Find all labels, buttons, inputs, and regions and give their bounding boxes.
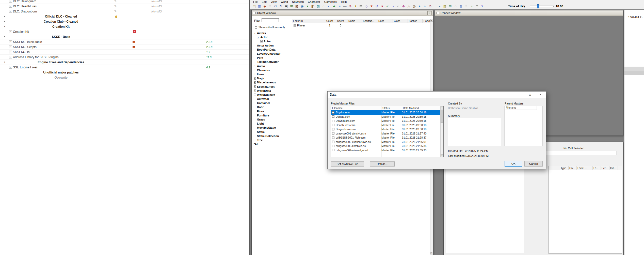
plugin-file-row[interactable]: ccbgssse004-ruinsedge.eslMaster File31.0… bbox=[331, 148, 440, 153]
tree-item-audio[interactable]: +Audio bbox=[252, 64, 292, 68]
object-window-titlebar[interactable]: Object Window × bbox=[252, 10, 433, 16]
object-row-player[interactable]: Player 1 0 bbox=[292, 24, 430, 28]
column-faction[interactable]: Faction bbox=[408, 19, 423, 23]
toolbar-fog-toggle-icon[interactable]: ▬ bbox=[343, 4, 347, 9]
minimize-icon[interactable]: — bbox=[514, 92, 525, 98]
menu-character[interactable]: Character bbox=[306, 0, 322, 3]
toolbar-render-window-toggle-icon[interactable]: ▣ bbox=[284, 4, 288, 9]
plugin-file-row[interactable]: ccasvsse001-almsivi.esmMaster File31.01.… bbox=[331, 131, 440, 136]
scroll-up-icon[interactable]: ▲ bbox=[430, 19, 433, 22]
tree-item-static[interactable]: Static bbox=[252, 130, 292, 134]
toolbar-landscape-edit-icon[interactable]: ▲ bbox=[305, 4, 310, 9]
show-edited-checkbox[interactable] bbox=[255, 26, 257, 29]
mod-row[interactable]: ✓SSE Engine Fixes6.2 bbox=[0, 65, 249, 70]
toolbar-undo-icon[interactable]: ↺ bbox=[273, 4, 278, 9]
ok-button[interactable]: OK bbox=[505, 161, 522, 167]
tree-item-activator[interactable]: Activator bbox=[252, 97, 292, 101]
plugin-checkbox[interactable] bbox=[332, 124, 334, 126]
toolbar-help-icon[interactable]: ? bbox=[480, 4, 485, 9]
tree-expander-icon[interactable]: + bbox=[254, 85, 256, 88]
mod-row[interactable]: ✓DLC: Dragonborn✎Non-MO bbox=[0, 9, 249, 14]
mod-separator-row[interactable]: ▾SKSE - Base bbox=[0, 34, 249, 39]
toolbar-run-havok-sim-icon[interactable]: ▼ bbox=[369, 4, 374, 9]
column-location[interactable]: Lo... bbox=[593, 166, 601, 170]
toolbar-open-data-icon[interactable]: ▤ bbox=[252, 4, 256, 9]
mod-enabled-checkbox[interactable]: ✓ bbox=[9, 40, 12, 43]
toolbar-preferences-icon[interactable]: ≡ bbox=[268, 4, 272, 9]
mod-row[interactable]: ✓DLC: Dawnguard✎Non-MO bbox=[0, 0, 249, 4]
tree-item-bodypartdata[interactable]: BodyPartData bbox=[252, 48, 292, 52]
tree-item-container[interactable]: Container bbox=[252, 101, 292, 105]
mod-enabled-checkbox[interactable]: ✓ bbox=[9, 30, 12, 33]
column-papyrus[interactable]: Papyru... bbox=[423, 19, 431, 23]
column-type[interactable]: Type bbox=[560, 166, 569, 170]
plugin-file-row[interactable]: ccBGSSSE001-Fish.esmMaster File31.01.202… bbox=[331, 136, 440, 140]
toolbar-save-plugin-icon[interactable]: ▦ bbox=[257, 4, 262, 9]
toolbar-effects-editor-icon[interactable]: ⊘ bbox=[428, 4, 432, 9]
tree-item-static-collection[interactable]: Static Collection bbox=[252, 134, 292, 138]
tree-item-grass[interactable]: Grass bbox=[252, 117, 292, 122]
scroll-down-icon[interactable]: ▼ bbox=[430, 252, 433, 254]
close-icon[interactable]: × bbox=[427, 11, 432, 15]
toolbar-ai-packages-icon[interactable]: ⊞ bbox=[448, 4, 453, 9]
tree-item-magic[interactable]: +Magic bbox=[252, 76, 292, 80]
mod-row[interactable]: ✓Creation Kit× bbox=[0, 29, 249, 34]
toolbar-archive-export-icon[interactable]: ⌂ bbox=[396, 4, 400, 9]
toolbar-race-editor-icon[interactable]: ○ bbox=[453, 4, 458, 9]
menu-world[interactable]: World bbox=[279, 0, 290, 3]
toolbar-lighting-toggle-icon[interactable]: ○ bbox=[321, 4, 326, 9]
column-name[interactable]: Name bbox=[347, 19, 362, 23]
toolbar-world-spaces-icon[interactable]: ◉ bbox=[300, 4, 304, 9]
menu-file[interactable]: File bbox=[251, 0, 260, 3]
plugin-file-row[interactable]: HearthFires.esmMaster File31.01.2025 20:… bbox=[331, 123, 440, 127]
column-date-modified[interactable]: Date Modified bbox=[402, 106, 440, 110]
details-button[interactable]: Details... bbox=[370, 161, 395, 167]
column-blank[interactable] bbox=[549, 166, 560, 170]
tree-expander-icon[interactable]: + bbox=[254, 89, 256, 92]
toolbar-markers-toggle-icon[interactable]: ★ bbox=[353, 4, 358, 9]
scrollbar-thumb[interactable] bbox=[441, 110, 443, 123]
tree-item-worlddata[interactable]: +WorldData bbox=[252, 89, 292, 93]
cancel-button[interactable]: Cancel bbox=[524, 161, 543, 167]
plugin-file-row[interactable]: ccbgssse003-zombies.eslMaster File31.01.… bbox=[331, 144, 440, 148]
tree-item--all[interactable]: *All bbox=[252, 142, 292, 146]
tree-expander-icon[interactable]: + bbox=[254, 77, 256, 80]
menu-help[interactable]: Help bbox=[339, 0, 349, 3]
toolbar-camera-bookmarks-icon[interactable]: ◎ bbox=[412, 4, 416, 9]
scroll-up-icon[interactable]: ▲ bbox=[441, 106, 443, 109]
mod-separator-row[interactable]: ▾Engine Fixes and Dependencies bbox=[0, 60, 249, 65]
plugin-file-row[interactable]: Dawnguard.esmMaster File31.01.2025 20:30… bbox=[331, 119, 440, 123]
column-lock-level[interactable]: Lock L... bbox=[577, 166, 593, 170]
vertical-scrollbar[interactable]: ▲ ▼ bbox=[440, 106, 443, 157]
tree-item-specialeffect[interactable]: +SpecialEffect bbox=[252, 84, 292, 88]
toolbar-sound-view-icon[interactable]: ♦ bbox=[417, 4, 422, 9]
toolbar-weather-editor-icon[interactable]: ☆ bbox=[423, 4, 427, 9]
toolbar-grass-toggle-icon[interactable]: ♣ bbox=[332, 4, 336, 9]
column-status[interactable]: Status bbox=[381, 106, 402, 110]
mod-enabled-checkbox[interactable]: ✓ bbox=[9, 46, 12, 48]
tree-item-door[interactable]: Door bbox=[252, 105, 292, 109]
column-users[interactable]: Users bbox=[336, 19, 347, 23]
toolbar-collision-geometry-icon[interactable]: ⊗ bbox=[348, 4, 352, 9]
tree-expander-icon[interactable]: - bbox=[254, 94, 256, 96]
column-owner[interactable]: Ow... bbox=[569, 166, 577, 170]
tree-expander-icon[interactable]: + bbox=[260, 40, 263, 42]
toolbar-snap-to-angle-icon[interactable]: ◇ bbox=[364, 4, 368, 9]
plugin-checkbox[interactable] bbox=[332, 141, 334, 143]
tree-item-miscellaneous[interactable]: +Miscellaneous bbox=[252, 80, 292, 84]
mod-row[interactable]: ✓SKSE64 - ini1.2 bbox=[0, 50, 249, 55]
column-shortname[interactable]: ShortNa... bbox=[362, 19, 377, 23]
tree-item-talkingactivator[interactable]: TalkingActivator bbox=[252, 60, 292, 64]
mod-enabled-checkbox[interactable]: ✓ bbox=[9, 51, 12, 53]
mod-separator-row[interactable]: ▸Official DLC - Cleaned bbox=[0, 14, 249, 19]
tree-item-items[interactable]: +Items bbox=[252, 72, 292, 76]
plugin-checkbox[interactable] bbox=[332, 132, 334, 134]
tree-item-character[interactable]: +Character bbox=[252, 68, 292, 72]
toolbar-redo-icon[interactable]: ↻ bbox=[279, 4, 283, 9]
toolbar-papyrus-scripts-icon[interactable]: ✓ bbox=[385, 4, 390, 9]
tree-item-leveledcharacter[interactable]: LeveledCharacter bbox=[252, 52, 292, 56]
column-filename[interactable]: Filename bbox=[331, 106, 381, 110]
filter-input[interactable] bbox=[262, 18, 279, 22]
column-count[interactable]: Count bbox=[325, 19, 336, 23]
mod-enabled-checkbox[interactable]: ✓ bbox=[9, 56, 12, 58]
